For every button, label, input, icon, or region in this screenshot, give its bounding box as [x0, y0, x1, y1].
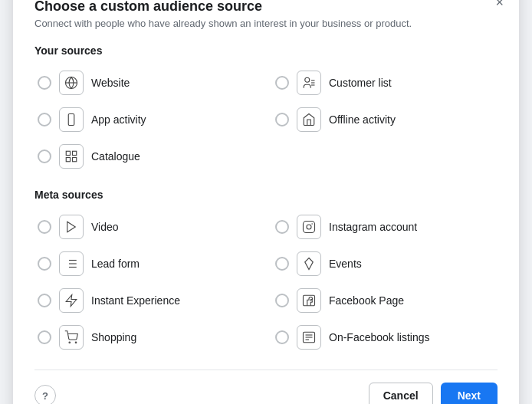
option-on-facebook-listings[interactable]: On-Facebook listings	[272, 320, 498, 354]
custom-audience-modal: Choose a custom audience source Connect …	[13, 0, 519, 404]
grid-icon	[64, 149, 78, 163]
instagram-icon-box	[297, 215, 321, 239]
svg-rect-8	[66, 151, 70, 155]
radio-video[interactable]	[38, 220, 51, 234]
svg-rect-9	[73, 151, 77, 155]
option-app-activity[interactable]: App activity	[34, 103, 260, 136]
modal-footer: ? Cancel Next	[34, 383, 498, 404]
svg-point-15	[311, 223, 313, 225]
your-sources-section: Your sources Website Customer list	[34, 44, 498, 173]
listings-icon	[302, 330, 316, 344]
option-facebook-page[interactable]: Facebook Page	[272, 284, 498, 317]
cancel-button[interactable]: Cancel	[369, 383, 433, 404]
app-activity-icon-box	[59, 107, 84, 132]
play-icon	[64, 220, 78, 234]
instagram-account-label: Instagram account	[329, 221, 417, 233]
your-sources-title: Your sources	[34, 44, 498, 57]
video-label: Video	[91, 221, 119, 233]
svg-marker-22	[305, 258, 314, 270]
store-icon	[302, 113, 316, 126]
svg-marker-12	[67, 222, 76, 232]
modal-header: Choose a custom audience source Connect …	[34, 0, 498, 29]
lead-form-label: Lead form	[91, 258, 140, 270]
website-icon-box	[59, 71, 84, 95]
option-shopping[interactable]: Shopping	[34, 320, 260, 354]
app-activity-label: App activity	[91, 113, 146, 126]
modal-title: Choose a custom audience source	[34, 0, 498, 15]
instant-experience-icon-box	[59, 288, 84, 313]
next-button[interactable]: Next	[441, 383, 498, 404]
catalogue-label: Catalogue	[91, 150, 140, 163]
radio-offline-activity[interactable]	[275, 113, 289, 126]
bolt-icon	[64, 294, 78, 307]
footer-actions: Cancel Next	[369, 383, 498, 404]
option-website[interactable]: Website	[34, 66, 260, 100]
instagram-icon	[302, 220, 316, 234]
svg-rect-6	[68, 114, 74, 126]
facebook-page-label: Facebook Page	[329, 294, 404, 307]
radio-catalogue[interactable]	[38, 149, 51, 163]
website-label: Website	[91, 77, 130, 89]
events-icon-box	[297, 251, 321, 276]
radio-app-activity[interactable]	[38, 113, 51, 126]
facebook-page-icon	[302, 294, 316, 307]
option-instagram-account[interactable]: Instagram account	[272, 210, 498, 244]
instant-experience-label: Instant Experience	[91, 294, 180, 307]
catalogue-icon-box	[59, 144, 84, 169]
svg-point-14	[307, 225, 311, 229]
svg-rect-24	[304, 295, 315, 306]
svg-rect-11	[73, 158, 77, 162]
svg-point-26	[75, 342, 77, 343]
meta-sources-section: Meta sources Video Instagram account	[34, 189, 498, 354]
option-offline-activity[interactable]: Offline activity	[272, 103, 498, 136]
radio-facebook-page[interactable]	[275, 294, 289, 307]
option-catalogue[interactable]: Catalogue	[34, 140, 260, 173]
cart-icon	[64, 330, 78, 344]
radio-customer-list[interactable]	[275, 76, 289, 90]
modal-subtitle: Connect with people who have already sho…	[34, 18, 498, 29]
meta-sources-title: Meta sources	[34, 189, 498, 201]
option-instant-experience[interactable]: Instant Experience	[34, 284, 260, 317]
help-button[interactable]: ?	[34, 385, 56, 404]
svg-rect-13	[304, 222, 315, 233]
radio-events[interactable]	[275, 257, 289, 271]
lead-form-icon	[64, 257, 78, 271]
shopping-icon-box	[59, 325, 84, 350]
video-icon-box	[59, 215, 84, 239]
svg-marker-23	[66, 295, 77, 307]
facebook-page-icon-box	[297, 288, 321, 313]
customer-list-icon-box	[297, 71, 321, 95]
radio-lead-form[interactable]	[38, 257, 51, 271]
radio-shopping[interactable]	[38, 330, 51, 344]
option-customer-list[interactable]: Customer list	[272, 66, 498, 100]
radio-website[interactable]	[38, 76, 51, 90]
footer-divider	[34, 370, 498, 370]
events-label: Events	[329, 258, 362, 270]
mobile-icon	[64, 113, 78, 126]
person-list-icon	[302, 76, 316, 90]
shopping-label: Shopping	[91, 331, 136, 343]
diamond-icon	[302, 257, 316, 271]
offline-activity-label: Offline activity	[329, 113, 396, 126]
lead-form-icon-box	[59, 251, 84, 276]
svg-point-25	[69, 342, 71, 343]
option-lead-form[interactable]: Lead form	[34, 247, 260, 281]
radio-on-facebook-listings[interactable]	[275, 330, 289, 344]
svg-rect-10	[66, 158, 70, 162]
globe-icon	[64, 76, 78, 90]
radio-instagram-account[interactable]	[275, 220, 289, 234]
listings-icon-box	[297, 325, 321, 350]
customer-list-label: Customer list	[329, 77, 392, 89]
option-video[interactable]: Video	[34, 210, 260, 244]
radio-instant-experience[interactable]	[38, 294, 51, 307]
meta-sources-grid: Video Instagram account Lead form	[34, 210, 498, 354]
close-button[interactable]: ×	[492, 0, 507, 12]
option-events[interactable]: Events	[272, 247, 498, 281]
on-facebook-listings-label: On-Facebook listings	[329, 331, 430, 343]
offline-activity-icon-box	[297, 107, 321, 132]
your-sources-grid: Website Customer list App activity	[34, 66, 498, 173]
svg-point-2	[305, 77, 310, 82]
